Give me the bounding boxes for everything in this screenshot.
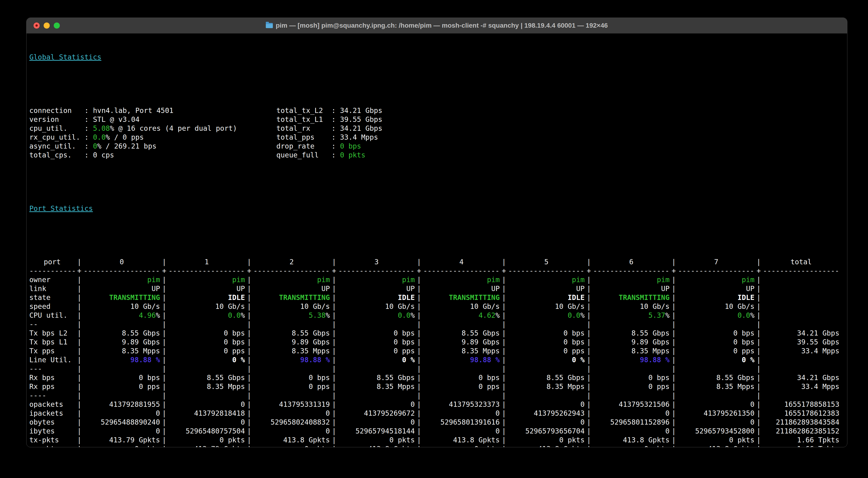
column-separator: | — [585, 373, 593, 382]
column-separator: | — [75, 444, 84, 447]
column-separator: | — [670, 320, 678, 329]
cell: 10 Gb/s — [678, 302, 754, 311]
cell: 9.89 Gbps — [253, 338, 330, 347]
column-separator: | — [245, 284, 253, 293]
column-separator: | — [754, 418, 763, 427]
row-label: speed — [29, 302, 75, 311]
column-separator: | — [585, 320, 593, 329]
cell: 8.35 Mpps — [593, 347, 670, 355]
cell: 98.88 % — [84, 355, 160, 364]
global-stat-left: cpu_util.: 5.08% @ 16 cores (4 per dual … — [29, 124, 276, 133]
column-separator: | — [754, 347, 763, 355]
stat-label: total_cps. — [29, 151, 85, 160]
cell: 0 pps — [678, 347, 754, 355]
column-separator: | — [415, 338, 423, 347]
cell: 98.88 % — [593, 355, 670, 364]
column-separator: | — [754, 320, 763, 329]
global-stat-row: version: STL @ v3.04total_tx_L1: 39.55 G… — [29, 115, 844, 124]
column-separator: | — [330, 373, 338, 382]
cell: 0.0% — [678, 311, 754, 320]
column-separator: | — [670, 293, 678, 302]
close-button[interactable] — [34, 23, 40, 29]
table-row: Line Util.|98.88 %|0 %|98.88 %|0 %|98.88… — [29, 355, 844, 364]
column-separator: | — [670, 302, 678, 311]
cell: 0 pkts — [168, 436, 245, 444]
row-label: --- — [29, 364, 75, 373]
column-header: port — [29, 258, 75, 266]
column-separator: | — [75, 347, 84, 355]
cell: UP — [678, 284, 754, 293]
zoom-button[interactable] — [54, 23, 60, 29]
global-stat-right: total_rx: 34.21 Gbps — [276, 124, 382, 132]
column-separator: | — [754, 382, 763, 391]
column-separator: | — [500, 364, 508, 373]
cell: 0.0% — [338, 311, 415, 320]
cell: 0 pkts — [508, 436, 585, 444]
column-separator: | — [670, 427, 678, 436]
column-separator: | — [754, 355, 763, 364]
stat-label: cpu_util. — [29, 124, 85, 133]
column-separator: | — [245, 338, 253, 347]
column-separator: | — [754, 258, 763, 266]
column-separator: | — [585, 444, 593, 447]
column-separator: | — [754, 293, 763, 302]
column-separator: | — [670, 400, 678, 409]
column-separator: | — [160, 400, 168, 409]
column-separator: | — [500, 373, 508, 382]
cell: 39.55 Gbps — [763, 338, 839, 347]
cell: 413795331319 — [253, 400, 330, 409]
table-row: --||||||||| — [29, 320, 844, 329]
column-separator: | — [160, 302, 168, 311]
column-separator: | — [754, 284, 763, 293]
stat-label: drop_rate — [276, 142, 332, 151]
blank-line — [29, 231, 844, 240]
column-separator: | — [585, 400, 593, 409]
minimize-button[interactable] — [43, 23, 50, 29]
cell: 0 — [253, 409, 330, 418]
cell: 0 bps — [168, 329, 245, 338]
column-separator: | — [75, 311, 84, 320]
column-separator: | — [670, 275, 678, 284]
column-separator: | — [330, 329, 338, 338]
column-separator: | — [500, 436, 508, 444]
column-separator: | — [160, 436, 168, 444]
column-separator: | — [585, 427, 593, 436]
global-stat-left: version: STL @ v3.04 — [29, 115, 276, 124]
cell: pim — [593, 275, 670, 284]
cell: 0 bps — [84, 373, 160, 382]
cell: TRANSMITTING — [423, 293, 500, 302]
column-separator: | — [754, 329, 763, 338]
column-separator: | — [585, 311, 593, 320]
column-separator: | — [245, 373, 253, 382]
row-label: link — [29, 284, 75, 293]
row-label: opackets — [29, 400, 75, 409]
column-separator: | — [75, 400, 84, 409]
table-row: ipackets|0|413792818418|0|413795269672|0… — [29, 409, 844, 418]
column-separator: | — [75, 338, 84, 347]
column-separator: | — [75, 436, 84, 444]
cell: 52965802408832 — [253, 418, 330, 427]
column-separator: | — [670, 391, 678, 400]
table-row: Tx bps L2|8.55 Gbps|0 bps|8.55 Gbps|0 bp… — [29, 329, 844, 338]
stat-label: total_pps — [276, 133, 332, 142]
column-separator: | — [330, 382, 338, 391]
port-stats-table: port|0|1|2|3|4|5|6|7|total-----------+--… — [29, 258, 844, 447]
table-row: ---||||||||| — [29, 364, 844, 373]
column-separator: | — [415, 444, 423, 447]
stat-label: rx_cpu_util. — [29, 133, 85, 142]
stat-label: total_rx — [276, 124, 332, 133]
cell: 52965801391616 — [423, 418, 500, 427]
cell: 0 bps — [508, 338, 585, 347]
cell: 0 pps — [508, 347, 585, 355]
titlebar: pim — [mosh] pim@squanchy.ipng.ch: /home… — [27, 18, 847, 34]
table-row: ----||||||||| — [29, 391, 844, 400]
column-separator: | — [500, 338, 508, 347]
global-stat-right: total_tx_L2: 34.21 Gbps — [276, 106, 382, 114]
cell: 0 % — [508, 355, 585, 364]
cell: UP — [84, 284, 160, 293]
column-separator: | — [754, 373, 763, 382]
cell: 413795321506 — [593, 400, 670, 409]
global-stats-section: connection: hvn4.lab, Port 4501total_tx_… — [29, 106, 844, 160]
column-separator: | — [160, 364, 168, 373]
cell: 0 — [508, 400, 585, 409]
